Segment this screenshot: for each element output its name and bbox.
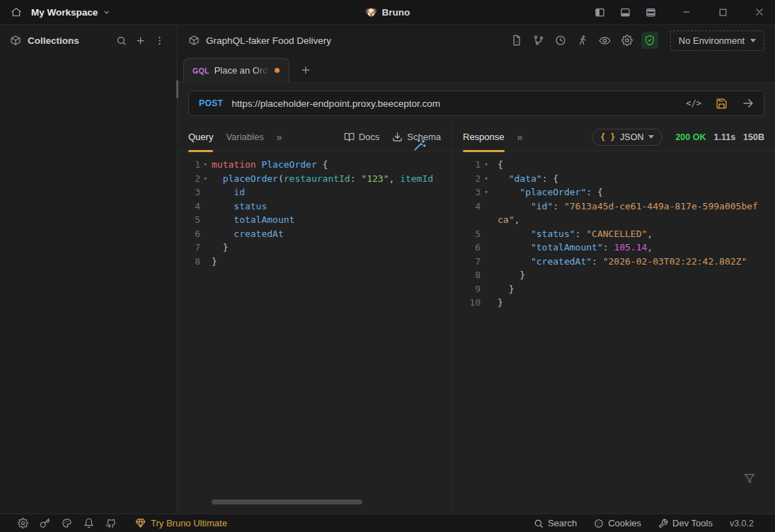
request-pane: Query Variables » Docs Schema 1▾mutation… bbox=[178, 123, 452, 514]
code-line: 8} bbox=[178, 255, 452, 269]
code-line: 7 "createdAt": "2026-02-03T02:22:42.802Z… bbox=[452, 255, 775, 269]
url-input[interactable]: https://placeholder-endpoint.proxy.beece… bbox=[231, 98, 678, 109]
code-line: 5 "status": "CANCELLED", bbox=[452, 227, 775, 241]
key-icon bbox=[40, 518, 50, 528]
collections-menu-button[interactable] bbox=[152, 33, 167, 48]
notifications-button[interactable] bbox=[81, 516, 96, 531]
devtools-button[interactable]: Dev Tools bbox=[658, 518, 713, 528]
code-line: ca", bbox=[452, 213, 775, 227]
collection-box-icon bbox=[188, 35, 200, 46]
response-viewer[interactable]: 1▾{2▾ "data": {3▾ "placeOrder": {4 "id":… bbox=[452, 151, 775, 514]
upgrade-link[interactable]: Try Bruno Ultimate bbox=[135, 518, 227, 528]
cookies-button[interactable]: Cookies bbox=[594, 518, 641, 528]
save-floppy-icon bbox=[716, 98, 728, 110]
url-bar: POST https://placeholder-endpoint.proxy.… bbox=[188, 91, 764, 116]
layout-sidebar-toggle-button[interactable] bbox=[592, 5, 607, 20]
panel-bottom-icon bbox=[620, 7, 631, 18]
secrets-button[interactable] bbox=[38, 516, 52, 531]
response-format-dropdown[interactable]: { } JSON bbox=[592, 129, 662, 146]
generate-code-button[interactable]: </> bbox=[684, 96, 704, 110]
bruno-dog-emoji: 🐶 bbox=[365, 6, 377, 18]
docs-button[interactable]: Docs bbox=[344, 132, 380, 142]
new-tab-button[interactable] bbox=[298, 62, 314, 78]
code-line: 6 createdAt bbox=[178, 227, 452, 241]
minimize-icon bbox=[682, 7, 691, 17]
tab-response[interactable]: Response bbox=[463, 123, 505, 151]
query-editor[interactable]: 1▾mutation PlaceOrder {2▾ placeOrder(res… bbox=[178, 151, 452, 514]
code-line: 8 } bbox=[452, 268, 775, 282]
home-button[interactable] bbox=[8, 4, 24, 20]
preferences-button[interactable] bbox=[16, 516, 30, 531]
tab-variables[interactable]: Variables bbox=[226, 123, 263, 151]
sidebar: Collections bbox=[0, 25, 178, 514]
code-line: 1▾{ bbox=[452, 158, 775, 172]
more-tabs-chevron[interactable]: » bbox=[517, 132, 523, 143]
book-icon bbox=[344, 132, 355, 142]
layout-bottom-toggle-button[interactable] bbox=[618, 5, 633, 20]
code-line: 4 "id": "7613a45d-ce61-449a-817e-599a005… bbox=[452, 200, 775, 214]
request-tab-strip: GQL Place an Order bbox=[178, 56, 775, 83]
github-icon bbox=[105, 518, 116, 528]
search-icon bbox=[116, 35, 127, 46]
caret-down-icon bbox=[648, 135, 654, 139]
titlebar: My Workspace 🐶 Bruno bbox=[0, 0, 775, 25]
download-icon bbox=[392, 132, 403, 142]
status-code-badge: 200 OK bbox=[675, 132, 706, 142]
arrow-right-icon bbox=[742, 97, 754, 110]
workspace-label: My Workspace bbox=[31, 7, 98, 18]
global-search-button[interactable]: Search bbox=[534, 518, 577, 528]
window-close-button[interactable] bbox=[752, 5, 767, 19]
tab-query[interactable]: Query bbox=[188, 123, 213, 151]
environment-selector[interactable]: No Environment bbox=[670, 30, 764, 51]
collection-header: GraphQL-faker Food Delivery bbox=[178, 25, 775, 56]
search-collections-button[interactable] bbox=[114, 33, 129, 48]
filter-response-icon[interactable] bbox=[744, 473, 755, 484]
more-tabs-chevron[interactable]: » bbox=[277, 132, 282, 143]
braces-icon: { } bbox=[600, 132, 615, 142]
code-line: 9 } bbox=[452, 282, 775, 296]
prettify-wand-icon[interactable] bbox=[413, 139, 426, 152]
plus-icon bbox=[300, 64, 311, 76]
preview-button[interactable] bbox=[597, 33, 613, 49]
git-branch-icon bbox=[533, 35, 544, 46]
http-method-label: POST bbox=[199, 98, 223, 108]
code-line: 5 totalAmount bbox=[178, 213, 452, 227]
safe-mode-button[interactable] bbox=[641, 32, 658, 49]
chevron-down-icon bbox=[103, 8, 110, 16]
history-button[interactable] bbox=[553, 33, 568, 48]
response-pane: Response » { } JSON 200 OK 1.11s 150B bbox=[452, 123, 775, 514]
app-version: v3.0.2 bbox=[730, 519, 754, 528]
workspace-switcher[interactable]: My Workspace bbox=[31, 7, 110, 18]
window-minimize-button[interactable] bbox=[679, 5, 694, 19]
add-collection-button[interactable] bbox=[133, 33, 148, 48]
caret-down-icon bbox=[750, 39, 756, 42]
flow-button[interactable] bbox=[531, 33, 546, 48]
tab-method-badge: GQL bbox=[193, 66, 209, 75]
layout-rows-toggle-button[interactable] bbox=[643, 5, 658, 20]
code-line: 10} bbox=[452, 296, 775, 310]
file-code-icon bbox=[511, 35, 522, 46]
send-request-button[interactable] bbox=[740, 95, 757, 112]
window-maximize-button[interactable] bbox=[716, 5, 730, 19]
statusbar: Try Bruno Ultimate Search Cookies Dev To… bbox=[0, 514, 775, 532]
eye-icon bbox=[599, 35, 611, 47]
collection-settings-button[interactable] bbox=[619, 33, 635, 48]
sidebar-resize-handle[interactable] bbox=[176, 80, 178, 98]
github-button[interactable] bbox=[103, 516, 118, 531]
horizontal-scrollbar[interactable] bbox=[212, 499, 362, 504]
devtools-label: Dev Tools bbox=[672, 518, 713, 528]
gem-icon bbox=[135, 518, 146, 528]
code-line: 7 } bbox=[178, 241, 452, 255]
code-file-button[interactable] bbox=[509, 33, 524, 48]
save-request-button[interactable] bbox=[713, 96, 730, 112]
gear-icon bbox=[621, 35, 633, 46]
search-label: Search bbox=[548, 518, 577, 528]
theme-button[interactable] bbox=[59, 516, 74, 531]
code-line: 2▾ placeOrder(restaurantId: "123", itemI… bbox=[178, 172, 452, 186]
home-icon bbox=[11, 6, 22, 18]
request-tab[interactable]: GQL Place an Order bbox=[183, 58, 289, 83]
shield-check-icon bbox=[644, 35, 655, 46]
collection-runner-button[interactable] bbox=[575, 33, 590, 48]
app-title-text: Bruno bbox=[382, 7, 411, 18]
cookies-label: Cookies bbox=[608, 518, 641, 528]
